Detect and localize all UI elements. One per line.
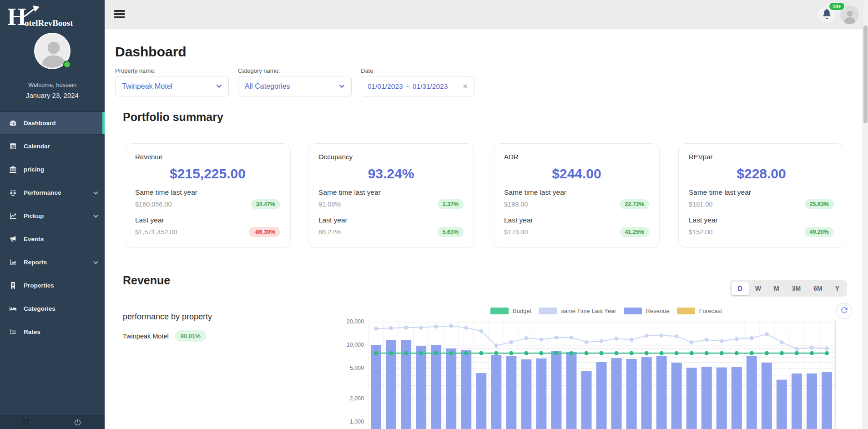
comparison-value: $181.00 xyxy=(689,201,712,208)
revenue-section-title: Revenue xyxy=(123,274,170,287)
revenue-chart xyxy=(368,314,836,429)
comparison-row: $173.0041.25% xyxy=(504,227,649,237)
property-performance-row[interactable]: Twinpeak Motel 90.81% xyxy=(123,330,206,342)
sidebar-item-label: Reports xyxy=(24,259,47,266)
comparison-label: Same time last year xyxy=(504,188,649,197)
comparison-value: $152.00 xyxy=(689,228,712,236)
delta-badge: 34.47% xyxy=(251,199,280,209)
y-axis-tick-label: 10,000 xyxy=(336,342,364,348)
legend-label[interactable]: Revenue xyxy=(646,308,670,314)
y-axis-tick-label: 20,000 xyxy=(336,318,364,325)
user-avatar[interactable] xyxy=(34,33,71,69)
legend-label[interactable]: same Time Last Year xyxy=(561,308,616,314)
sidebar-menu: DashboardCalendarpricingPerformancePicku… xyxy=(0,111,105,343)
sidebar-item-label: Dashboard xyxy=(24,120,56,126)
building-icon xyxy=(9,282,17,289)
sidebar-item-label: Pickup xyxy=(24,212,44,219)
card-title: Occupancy xyxy=(318,153,464,161)
comparison-row: $152.0049.20% xyxy=(689,227,834,237)
comparison-label: Same time last year xyxy=(689,188,834,197)
card-title: ADR xyxy=(504,153,649,161)
delta-badge: 49.20% xyxy=(805,227,834,237)
period-button-3m[interactable]: 3M xyxy=(786,282,807,295)
refresh-icon xyxy=(840,306,849,316)
delta-badge: 2.37% xyxy=(438,199,464,209)
card-value: 93.24% xyxy=(318,166,464,182)
date-range-input[interactable]: 01/01/2023 - 01/31/2023 × xyxy=(361,76,474,96)
sidebar-item-categories[interactable]: Categories xyxy=(0,297,105,320)
property-select[interactable]: Twinpeak Motel xyxy=(115,76,229,96)
kpi-card-revpar: REVpar$228.00Same time last year$181.002… xyxy=(678,143,844,248)
period-button-w[interactable]: W xyxy=(749,282,767,295)
top-header: 10+ xyxy=(105,0,868,29)
clear-date-button[interactable]: × xyxy=(463,82,468,91)
main-content: Dashboard Property name: Category name: … xyxy=(105,29,863,429)
sidebar-item-rates[interactable]: Rates xyxy=(0,320,105,343)
power-icon[interactable] xyxy=(73,418,82,427)
comparison-row: $1,571,452.00-86.30% xyxy=(135,227,280,237)
sidebar-item-label: Categories xyxy=(24,305,56,312)
comparison-row: $181.0025.63% xyxy=(689,199,834,209)
comparison-label: Last year xyxy=(689,216,834,224)
calendar-icon xyxy=(9,142,17,150)
chevron-down-icon xyxy=(339,84,345,88)
period-button-6m[interactable]: 6M xyxy=(807,282,828,295)
megaphone-icon xyxy=(9,235,17,243)
delta-badge: 41.25% xyxy=(620,227,649,237)
y-axis-tick-label: 5,000 xyxy=(336,365,364,371)
comparison-label: Same time last year xyxy=(135,188,280,197)
gauge-icon xyxy=(9,119,17,127)
sidebar-footer xyxy=(0,415,105,429)
chevron-down-icon xyxy=(216,84,222,88)
comparison-row: $199.0022.72% xyxy=(504,199,649,209)
comparison-row: 88.27%5.63% xyxy=(318,227,464,237)
legend-swatch xyxy=(490,308,509,314)
chart-legend: Budgetsame Time Last YearRevenueForecast xyxy=(490,308,729,314)
sidebar-item-events[interactable]: Events xyxy=(0,227,105,251)
date-filter-label: Date xyxy=(361,67,373,74)
current-date: January 23, 2024 xyxy=(0,91,105,99)
sidebar-item-calendar[interactable]: Calendar xyxy=(0,135,105,158)
category-select-value: All Categories xyxy=(245,82,339,91)
period-button-d[interactable]: D xyxy=(732,282,749,295)
period-button-m[interactable]: M xyxy=(767,282,786,295)
y-axis-tick-label: 2,000 xyxy=(336,395,364,402)
sidebar-item-pickup[interactable]: Pickup xyxy=(0,204,105,227)
sidebar: H otelRevBoost Welcome, hossein January … xyxy=(0,0,105,429)
notification-count-badge: 10+ xyxy=(828,2,845,11)
list-icon xyxy=(9,328,17,336)
bed-icon xyxy=(9,305,17,313)
chevron-down-icon xyxy=(93,261,98,264)
property-performance-badge: 90.81% xyxy=(175,330,206,342)
refresh-button[interactable] xyxy=(836,303,852,319)
legend-label[interactable]: Budget xyxy=(513,308,531,314)
date-start-value: 01/01/2023 xyxy=(368,82,403,91)
card-value: $215,225.00 xyxy=(135,166,280,182)
logo-text: otelRevBoost xyxy=(25,18,73,28)
card-title: REVpar xyxy=(689,153,834,161)
sidebar-item-dashboard[interactable]: Dashboard xyxy=(0,111,105,135)
y-axis-tick-label: 1,000 xyxy=(336,419,364,425)
comparison-label: Last year xyxy=(135,216,280,224)
comparison-label: Last year xyxy=(504,216,649,224)
hamburger-menu-icon[interactable] xyxy=(114,10,125,19)
card-title: Revenue xyxy=(135,153,280,161)
sidebar-item-label: Rates xyxy=(24,328,40,335)
sidebar-item-performance[interactable]: Performance xyxy=(0,181,105,204)
period-button-y[interactable]: Y xyxy=(829,282,846,295)
comparison-value: 91.08% xyxy=(318,201,341,208)
fullscreen-icon[interactable] xyxy=(22,418,30,426)
legend-label[interactable]: Forecast xyxy=(699,308,722,314)
period-toggle-group: DWM3M6MY xyxy=(730,280,847,297)
scrollbar-track[interactable] xyxy=(863,0,868,429)
property-name: Twinpeak Motel xyxy=(123,333,169,340)
sidebar-item-pricing[interactable]: pricing xyxy=(0,158,105,181)
scrollbar-thumb[interactable] xyxy=(863,25,868,123)
app-window: H otelRevBoost Welcome, hossein January … xyxy=(0,0,868,429)
sidebar-item-properties[interactable]: Properties xyxy=(0,274,105,297)
sidebar-item-reports[interactable]: Reports xyxy=(0,251,105,274)
comparison-row: 91.08%2.37% xyxy=(318,199,464,209)
kpi-card-occupancy: Occupancy93.24%Same time last year91.08%… xyxy=(308,143,474,248)
comparison-value: $173.00 xyxy=(504,228,528,236)
category-select[interactable]: All Categories xyxy=(238,76,352,96)
